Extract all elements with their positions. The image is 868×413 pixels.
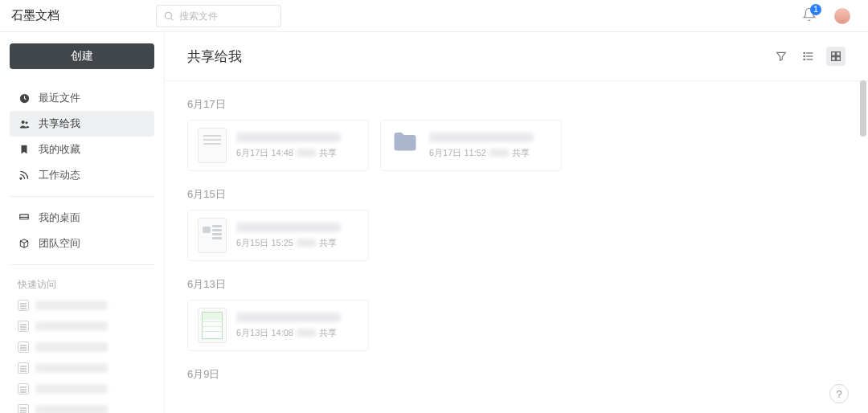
- group-date: 6月17日: [187, 97, 845, 112]
- redacted-title: [236, 223, 341, 232]
- sidebar-item-shared[interactable]: 共享给我: [10, 111, 154, 137]
- svg-rect-16: [832, 57, 836, 61]
- scrollbar-thumb[interactable]: [860, 80, 866, 137]
- svg-point-0: [165, 12, 171, 18]
- redacted-text: [297, 149, 316, 157]
- sidebar-item-label: 我的收藏: [39, 142, 80, 157]
- redacted-text: [35, 321, 108, 331]
- redacted-text: [489, 149, 509, 157]
- group-date: 6月9日: [187, 367, 845, 382]
- redacted-title: [429, 133, 534, 142]
- sidebar-item-favorites[interactable]: 我的收藏: [10, 137, 154, 162]
- svg-point-3: [21, 121, 24, 124]
- create-button[interactable]: 创建: [10, 43, 154, 69]
- redacted-text: [297, 329, 316, 337]
- list-icon: [802, 50, 815, 63]
- svg-point-12: [804, 55, 805, 56]
- redacted-text: [35, 405, 108, 413]
- divider: [10, 196, 154, 197]
- card-meta: 6月17日 14:48 共享: [236, 147, 358, 159]
- file-card[interactable]: 6月13日 14:08 共享: [187, 300, 369, 351]
- doc-mini-icon: [18, 404, 29, 413]
- quick-item[interactable]: [10, 337, 154, 358]
- doc-mini-icon: [18, 362, 29, 374]
- brand-name: 石墨文档: [11, 8, 156, 23]
- desktop-icon: [18, 211, 31, 224]
- redacted-text: [35, 301, 108, 310]
- doc-mini-icon: [18, 341, 29, 353]
- svg-line-1: [171, 18, 174, 20]
- divider: [10, 264, 154, 265]
- avatar[interactable]: [834, 8, 850, 24]
- grid-icon: [829, 50, 842, 63]
- svg-point-11: [804, 52, 805, 53]
- grid-view-button[interactable]: [826, 47, 845, 66]
- doc-icon: [198, 128, 227, 163]
- svg-rect-15: [837, 52, 841, 56]
- filter-icon: [775, 50, 788, 63]
- quick-access-title: 快速访问: [10, 273, 154, 295]
- svg-rect-17: [837, 57, 841, 61]
- redacted-title: [236, 313, 341, 322]
- sidebar-item-label: 我的桌面: [39, 211, 80, 225]
- sheet-icon: [198, 308, 227, 343]
- svg-point-5: [20, 178, 22, 179]
- file-card[interactable]: 6月17日 11:52 共享: [380, 120, 562, 171]
- file-card[interactable]: 6月17日 14:48 共享: [187, 120, 369, 171]
- sidebar-item-label: 共享给我: [39, 117, 80, 131]
- sidebar-item-label: 团队空间: [39, 236, 80, 251]
- svg-point-4: [25, 121, 27, 124]
- card-meta: 6月15日 15:25 共享: [236, 237, 358, 249]
- rss-icon: [18, 169, 31, 182]
- people-icon: [18, 117, 31, 130]
- quick-item[interactable]: [10, 358, 154, 378]
- quick-item[interactable]: [10, 316, 154, 337]
- main-header: 共享给我: [165, 32, 868, 80]
- doc-mini-icon: [18, 300, 29, 311]
- box-icon: [18, 237, 31, 250]
- sidebar-item-label: 最近文件: [39, 91, 80, 105]
- filter-button[interactable]: [772, 47, 791, 66]
- search-icon: [163, 10, 174, 22]
- redacted-text: [297, 239, 316, 247]
- top-bar: 石墨文档 1: [0, 0, 868, 32]
- sidebar-item-recent[interactable]: 最近文件: [10, 85, 154, 111]
- doc-mini-icon: [18, 383, 29, 395]
- notifications-button[interactable]: 1: [802, 7, 817, 25]
- quick-item[interactable]: [10, 295, 154, 316]
- svg-rect-6: [20, 215, 29, 219]
- sidebar-item-label: 工作动态: [39, 168, 80, 182]
- search-input[interactable]: [179, 10, 274, 22]
- clock-icon: [18, 92, 31, 104]
- content-scroll[interactable]: 6月17日 6月17日 14:48 共享: [165, 80, 868, 413]
- redacted-title: [236, 133, 341, 142]
- doc-mini-icon: [18, 321, 29, 332]
- bookmark-icon: [18, 143, 31, 156]
- main-panel: 共享给我 6月17日: [165, 32, 868, 413]
- redacted-text: [35, 342, 108, 352]
- group-date: 6月15日: [187, 187, 845, 202]
- list-view-button[interactable]: [799, 47, 818, 66]
- file-card[interactable]: 6月15日 15:25 共享: [187, 210, 369, 261]
- redacted-text: [35, 363, 108, 373]
- redacted-text: [35, 384, 108, 394]
- card-meta: 6月17日 11:52 共享: [429, 147, 551, 159]
- svg-point-13: [804, 59, 805, 59]
- sidebar-item-activity[interactable]: 工作动态: [10, 162, 154, 188]
- notification-badge: 1: [810, 4, 821, 15]
- help-button[interactable]: ?: [829, 384, 849, 403]
- quick-item[interactable]: [10, 378, 154, 399]
- quick-item[interactable]: [10, 399, 154, 413]
- card-meta: 6月13日 14:08 共享: [236, 327, 358, 339]
- sidebar-item-team[interactable]: 团队空间: [10, 231, 154, 256]
- svg-rect-14: [832, 52, 836, 56]
- sidebar-item-desktop[interactable]: 我的桌面: [10, 205, 154, 231]
- search-box[interactable]: [156, 5, 281, 27]
- folder-icon: [391, 128, 420, 163]
- board-icon: [198, 218, 227, 253]
- page-title: 共享给我: [187, 47, 242, 66]
- group-date: 6月13日: [187, 277, 845, 292]
- sidebar: 创建 最近文件 共享给我 我的收藏 工作动态 我的桌面: [0, 32, 165, 413]
